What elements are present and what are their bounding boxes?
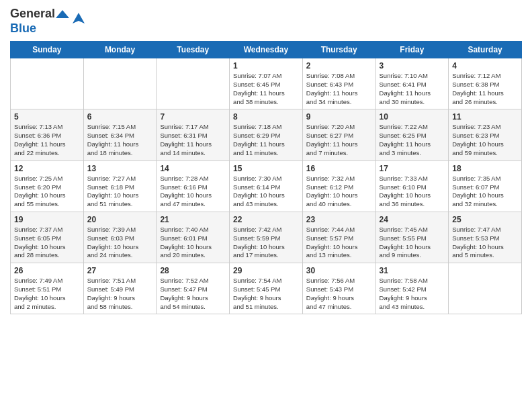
day-number: 17: [380, 164, 445, 173]
day-number: 8: [233, 112, 299, 122]
calendar-day-header: Saturday: [449, 42, 522, 58]
svg-marker-0: [56, 10, 69, 18]
day-number: 18: [452, 164, 518, 173]
calendar-week-row: 26Sunrise: 7:49 AM Sunset: 5:51 PM Dayli…: [11, 263, 522, 314]
day-number: 22: [233, 215, 299, 224]
day-info: Sunrise: 7:13 AM Sunset: 6:36 PM Dayligh…: [14, 123, 80, 157]
calendar-cell: 10Sunrise: 7:22 AM Sunset: 6:25 PM Dayli…: [375, 109, 449, 161]
calendar-cell: 27Sunrise: 7:51 AM Sunset: 5:49 PM Dayli…: [83, 263, 157, 314]
calendar-day-header: Sunday: [11, 42, 84, 58]
calendar-cell: [83, 58, 157, 109]
day-number: 11: [452, 112, 518, 122]
day-info: Sunrise: 7:47 AM Sunset: 5:53 PM Dayligh…: [452, 226, 518, 260]
day-info: Sunrise: 7:49 AM Sunset: 5:51 PM Dayligh…: [14, 277, 80, 311]
calendar-cell: 16Sunrise: 7:32 AM Sunset: 6:12 PM Dayli…: [302, 161, 375, 212]
day-number: 23: [306, 215, 372, 224]
day-number: 13: [87, 164, 153, 173]
day-info: Sunrise: 7:23 AM Sunset: 6:23 PM Dayligh…: [452, 123, 518, 157]
day-number: 16: [306, 164, 372, 173]
calendar-cell: 25Sunrise: 7:47 AM Sunset: 5:53 PM Dayli…: [449, 212, 522, 263]
page-container: GeneralBlue SundayMondayTuesdayWednesday…: [0, 0, 532, 321]
calendar-cell: 12Sunrise: 7:25 AM Sunset: 6:20 PM Dayli…: [11, 161, 84, 212]
day-info: Sunrise: 7:45 AM Sunset: 5:55 PM Dayligh…: [380, 226, 445, 260]
page-header: GeneralBlue: [10, 7, 522, 36]
day-number: 1: [233, 61, 299, 71]
calendar-cell: [11, 58, 84, 109]
calendar-cell: 7Sunrise: 7:17 AM Sunset: 6:31 PM Daylig…: [157, 109, 230, 161]
day-number: 5: [14, 112, 80, 122]
day-info: Sunrise: 7:20 AM Sunset: 6:27 PM Dayligh…: [306, 123, 372, 157]
calendar-cell: 18Sunrise: 7:35 AM Sunset: 6:07 PM Dayli…: [449, 161, 522, 212]
day-info: Sunrise: 7:44 AM Sunset: 5:57 PM Dayligh…: [306, 226, 372, 260]
day-number: 2: [306, 61, 372, 71]
day-info: Sunrise: 7:15 AM Sunset: 6:34 PM Dayligh…: [87, 123, 153, 157]
calendar-day-header: Wednesday: [230, 42, 303, 58]
calendar-day-header: Friday: [375, 42, 449, 58]
calendar-week-row: 1Sunrise: 7:07 AM Sunset: 6:45 PM Daylig…: [11, 58, 522, 109]
calendar-cell: 5Sunrise: 7:13 AM Sunset: 6:36 PM Daylig…: [11, 109, 84, 161]
calendar-cell: 19Sunrise: 7:37 AM Sunset: 6:05 PM Dayli…: [11, 212, 84, 263]
day-number: 26: [14, 266, 80, 275]
calendar-cell: 23Sunrise: 7:44 AM Sunset: 5:57 PM Dayli…: [302, 212, 375, 263]
calendar-cell: 30Sunrise: 7:56 AM Sunset: 5:43 PM Dayli…: [302, 263, 375, 314]
calendar-header-row: SundayMondayTuesdayWednesdayThursdayFrid…: [11, 42, 522, 58]
day-number: 29: [233, 266, 299, 275]
calendar-cell: 29Sunrise: 7:54 AM Sunset: 5:45 PM Dayli…: [230, 263, 303, 314]
day-number: 28: [160, 266, 226, 275]
calendar-cell: 1Sunrise: 7:07 AM Sunset: 6:45 PM Daylig…: [230, 58, 303, 109]
day-info: Sunrise: 7:17 AM Sunset: 6:31 PM Dayligh…: [160, 123, 226, 157]
day-info: Sunrise: 7:10 AM Sunset: 6:41 PM Dayligh…: [380, 72, 445, 106]
day-info: Sunrise: 7:40 AM Sunset: 6:01 PM Dayligh…: [160, 226, 226, 260]
day-info: Sunrise: 7:27 AM Sunset: 6:18 PM Dayligh…: [87, 175, 153, 209]
day-info: Sunrise: 7:42 AM Sunset: 5:59 PM Dayligh…: [233, 226, 299, 260]
calendar-week-row: 5Sunrise: 7:13 AM Sunset: 6:36 PM Daylig…: [11, 109, 522, 161]
calendar-cell: [157, 58, 230, 109]
logo: GeneralBlue: [10, 7, 86, 36]
calendar-cell: 28Sunrise: 7:52 AM Sunset: 5:47 PM Dayli…: [157, 263, 230, 314]
calendar-cell: 26Sunrise: 7:49 AM Sunset: 5:51 PM Dayli…: [11, 263, 84, 314]
day-info: Sunrise: 7:07 AM Sunset: 6:45 PM Dayligh…: [233, 72, 299, 106]
day-info: Sunrise: 7:35 AM Sunset: 6:07 PM Dayligh…: [452, 175, 518, 209]
calendar-cell: 31Sunrise: 7:58 AM Sunset: 5:42 PM Dayli…: [375, 263, 449, 314]
calendar-cell: 21Sunrise: 7:40 AM Sunset: 6:01 PM Dayli…: [157, 212, 230, 263]
day-info: Sunrise: 7:30 AM Sunset: 6:14 PM Dayligh…: [233, 175, 299, 209]
day-number: 9: [306, 112, 372, 122]
day-number: 7: [160, 112, 226, 122]
calendar-cell: 2Sunrise: 7:08 AM Sunset: 6:43 PM Daylig…: [302, 58, 375, 109]
day-number: 24: [380, 215, 445, 224]
calendar-cell: 8Sunrise: 7:18 AM Sunset: 6:29 PM Daylig…: [230, 109, 303, 161]
calendar-cell: 17Sunrise: 7:33 AM Sunset: 6:10 PM Dayli…: [375, 161, 449, 212]
day-info: Sunrise: 7:33 AM Sunset: 6:10 PM Dayligh…: [380, 175, 445, 209]
day-info: Sunrise: 7:52 AM Sunset: 5:47 PM Dayligh…: [160, 277, 226, 311]
day-info: Sunrise: 7:32 AM Sunset: 6:12 PM Dayligh…: [306, 175, 372, 209]
day-info: Sunrise: 7:54 AM Sunset: 5:45 PM Dayligh…: [233, 277, 299, 311]
calendar-cell: 4Sunrise: 7:12 AM Sunset: 6:38 PM Daylig…: [449, 58, 522, 109]
calendar-cell: 14Sunrise: 7:28 AM Sunset: 6:16 PM Dayli…: [157, 161, 230, 212]
day-number: 25: [452, 215, 518, 224]
day-info: Sunrise: 7:51 AM Sunset: 5:49 PM Dayligh…: [87, 277, 153, 311]
calendar-day-header: Tuesday: [157, 42, 230, 58]
calendar-cell: [449, 263, 522, 314]
day-info: Sunrise: 7:28 AM Sunset: 6:16 PM Dayligh…: [160, 175, 226, 209]
calendar-cell: 9Sunrise: 7:20 AM Sunset: 6:27 PM Daylig…: [302, 109, 375, 161]
calendar-day-header: Thursday: [302, 42, 375, 58]
calendar-cell: 3Sunrise: 7:10 AM Sunset: 6:41 PM Daylig…: [375, 58, 449, 109]
day-number: 15: [233, 164, 299, 173]
calendar-table: SundayMondayTuesdayWednesdayThursdayFrid…: [10, 41, 522, 314]
calendar-week-row: 19Sunrise: 7:37 AM Sunset: 6:05 PM Dayli…: [11, 212, 522, 263]
day-info: Sunrise: 7:18 AM Sunset: 6:29 PM Dayligh…: [233, 123, 299, 157]
day-number: 10: [380, 112, 445, 122]
day-info: Sunrise: 7:25 AM Sunset: 6:20 PM Dayligh…: [14, 175, 80, 209]
logo-text: GeneralBlue: [10, 7, 69, 36]
day-number: 6: [87, 112, 153, 122]
day-info: Sunrise: 7:56 AM Sunset: 5:43 PM Dayligh…: [306, 277, 372, 311]
day-info: Sunrise: 7:58 AM Sunset: 5:42 PM Dayligh…: [380, 277, 445, 311]
day-number: 4: [452, 61, 518, 71]
day-number: 31: [380, 266, 445, 275]
calendar-cell: 13Sunrise: 7:27 AM Sunset: 6:18 PM Dayli…: [83, 161, 157, 212]
day-info: Sunrise: 7:22 AM Sunset: 6:25 PM Dayligh…: [380, 123, 445, 157]
logo-icon: [71, 11, 86, 26]
day-number: 27: [87, 266, 153, 275]
day-number: 12: [14, 164, 80, 173]
day-number: 14: [160, 164, 226, 173]
